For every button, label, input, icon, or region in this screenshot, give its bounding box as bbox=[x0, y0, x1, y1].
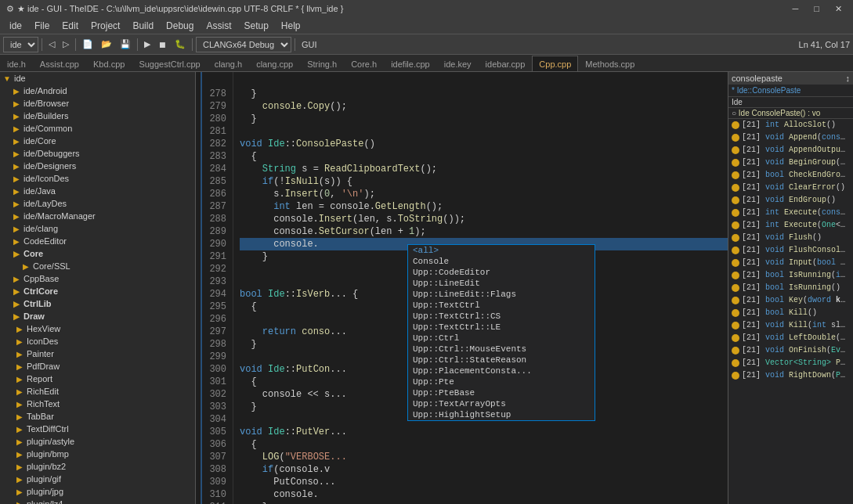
tree-item-pdfdraw[interactable]: ▶PdfDraw bbox=[11, 360, 195, 373]
tab-clang-h[interactable]: clang.h bbox=[208, 56, 249, 71]
menu-setup[interactable]: Setup bbox=[237, 19, 274, 33]
ac-item-textctrl-cs[interactable]: Upp::TextCtrl::CS bbox=[408, 311, 595, 322]
ci-kill2[interactable]: [21] void Kill(int slot) bbox=[728, 319, 853, 332]
tree-item-builders[interactable]: ▶ide/Builders bbox=[0, 110, 195, 122]
ac-item-textctrl-le[interactable]: Upp::TextCtrl::LE bbox=[408, 322, 595, 333]
ac-item-textctrl[interactable]: Upp::TextCtrl bbox=[408, 300, 595, 311]
autocomplete-dropdown[interactable]: <all> Console Upp::CodeEditor Upp::LineE… bbox=[407, 244, 595, 421]
tree-item-draw[interactable]: ▶Draw bbox=[0, 310, 195, 322]
tree-item-browser[interactable]: ▶ide/Browser bbox=[0, 97, 195, 110]
tree-item-codeeditor[interactable]: ▶CodeEditor bbox=[0, 235, 195, 247]
toolbar-debug[interactable]: 🐛 bbox=[172, 36, 189, 53]
ci-execute2[interactable]: [21] int Execute(One<AProcess> process, … bbox=[728, 219, 853, 232]
ci-input[interactable]: [21] void Input(bool b) bbox=[728, 257, 853, 269]
tree-item-tabbar[interactable]: ▶TabBar bbox=[11, 410, 195, 423]
tab-idebar-cpp[interactable]: idebar.cpp bbox=[479, 56, 533, 71]
tab-assist-cpp[interactable]: Assist.cpp bbox=[33, 56, 86, 71]
tree-item-plugin-lz4[interactable]: ▶plugin/lz4 bbox=[11, 498, 195, 504]
tree-item-cppbase[interactable]: ▶CppBase bbox=[0, 272, 195, 285]
tree-item-plugin-bz2[interactable]: ▶plugin/bz2 bbox=[11, 460, 195, 473]
ci-isrunning1[interactable]: [21] bool IsRunning(int slot) bbox=[728, 269, 853, 282]
tree-item-ctrllib[interactable]: ▶CtrlLib bbox=[0, 297, 195, 310]
tab-ide-h[interactable]: ide.h bbox=[0, 56, 33, 71]
tab-string-h[interactable]: String.h bbox=[300, 56, 344, 71]
tree-item-plugin-gif[interactable]: ▶plugin/gif bbox=[11, 473, 195, 485]
close-button[interactable]: ✕ bbox=[830, 2, 847, 16]
ci-endgroup[interactable]: [21] void EndGroup() bbox=[728, 194, 853, 207]
tree-item-richedit[interactable]: ▶RichEdit bbox=[11, 385, 195, 398]
tab-suggest-ctrl[interactable]: SuggestCtrl.cpp bbox=[132, 56, 207, 71]
ac-item-highlight[interactable]: Upp::HighlightSetup bbox=[408, 409, 595, 420]
ac-item-textarray[interactable]: Upp::TextArrayOpts bbox=[408, 398, 595, 409]
ci-kill1[interactable]: [21] bool Kill() bbox=[728, 307, 853, 319]
ci-appendoutput[interactable]: [21] void AppendOutput(const String& s) bbox=[728, 144, 853, 157]
ci-begingroup[interactable]: [21] void BeginGroup(String group) bbox=[728, 157, 853, 169]
ac-item-pte[interactable]: Upp::Pte bbox=[408, 376, 595, 387]
tab-core-h[interactable]: Core.h bbox=[344, 56, 384, 71]
tree-item-hexview[interactable]: ▶HexView bbox=[11, 322, 195, 335]
tree-item-textdiff[interactable]: ▶TextDiffCtrl bbox=[11, 423, 195, 435]
tree-item-icondes[interactable]: ▶ide/IconDes bbox=[0, 172, 195, 185]
tree-item-ssl[interactable]: ▶Core/SSL bbox=[0, 260, 195, 272]
ci-allocslot[interactable]: [21] int AllocSlot() bbox=[728, 119, 853, 131]
ci-onfinish[interactable]: [21] void OnFinish(Event<> cb) bbox=[728, 344, 853, 357]
ac-item-placement[interactable]: Upp::PlacementConsta... bbox=[408, 365, 595, 376]
menu-build[interactable]: Build bbox=[126, 19, 160, 33]
ci-rightdown[interactable]: [21] void RightDown(Point p, dword) bbox=[728, 369, 853, 382]
ac-item-lineedit-flags[interactable]: Upp::LineEdit::Flags bbox=[408, 289, 595, 300]
ci-leftdouble[interactable]: [21] void LeftDouble(Point p, dword) bbox=[728, 332, 853, 344]
ci-checkendgroup[interactable]: [21] bool CheckEndGroup() bbox=[728, 169, 853, 182]
tree-item-plugin-jpg[interactable]: ▶plugin/jpg bbox=[11, 485, 195, 498]
tab-clang-cpp[interactable]: clang.cpp bbox=[249, 56, 300, 71]
ac-item-ctrl-state[interactable]: Upp::Ctrl::StateReason bbox=[408, 355, 595, 365]
tree-item-painter[interactable]: ▶Painter bbox=[11, 347, 195, 360]
menu-help[interactable]: Help bbox=[275, 19, 307, 33]
toolbar-open[interactable]: 📂 bbox=[98, 36, 115, 53]
toolbar-build[interactable]: ▶ bbox=[141, 36, 154, 53]
ci-clearerror[interactable]: [21] void ClearError() bbox=[728, 182, 853, 194]
ide-dropdown[interactable]: ide bbox=[3, 37, 38, 52]
tree-item-java[interactable]: ▶ide/Java bbox=[0, 185, 195, 197]
tab-methods-cpp[interactable]: Methods.cpp bbox=[578, 56, 642, 71]
tree-item-android[interactable]: ▶ide/Android bbox=[0, 85, 195, 97]
tab-cpp-cpp[interactable]: Cpp.cpp bbox=[532, 56, 578, 71]
tree-item-icondes2[interactable]: ▶IconDes bbox=[11, 335, 195, 347]
menu-assist[interactable]: Assist bbox=[200, 19, 237, 33]
menu-debug[interactable]: Debug bbox=[160, 19, 200, 33]
toolbar-stop[interactable]: ⏹ bbox=[155, 36, 170, 53]
tree-item-plugin-astyle[interactable]: ▶plugin/astyle bbox=[11, 435, 195, 448]
toolbar-back[interactable]: ◁ bbox=[45, 36, 58, 53]
tree-item-macro[interactable]: ▶ide/MacroManager bbox=[0, 210, 195, 222]
tree-item-laydes[interactable]: ▶ide/LayDes bbox=[0, 197, 195, 210]
completions-sort-icon[interactable]: ↕ bbox=[846, 74, 851, 83]
ci-isrunning2[interactable]: [21] bool IsRunning() bbox=[728, 282, 853, 294]
tab-ide-key[interactable]: ide.key bbox=[437, 56, 479, 71]
tree-item-common[interactable]: ▶ide/Common bbox=[0, 122, 195, 135]
ci-append[interactable]: [21] void Append(const String& s) bbox=[728, 131, 853, 144]
tree-item-ide[interactable]: ▼ide bbox=[0, 72, 195, 85]
tab-kbd-cpp[interactable]: Kbd.cpp bbox=[86, 56, 132, 71]
tree-item-core-bold[interactable]: ▶Core bbox=[0, 247, 195, 260]
menu-file[interactable]: File bbox=[28, 19, 56, 33]
ac-item-all[interactable]: <all> bbox=[408, 245, 595, 256]
ac-item-console[interactable]: Console bbox=[408, 256, 595, 267]
tree-item-debuggers[interactable]: ▶ide/Debuggers bbox=[0, 147, 195, 160]
minimize-button[interactable]: ─ bbox=[788, 2, 804, 16]
menu-ide[interactable]: ide bbox=[3, 19, 28, 33]
toolbar-new[interactable]: 📄 bbox=[79, 36, 96, 53]
ac-item-ctrl[interactable]: Upp::Ctrl bbox=[408, 333, 595, 344]
build-config-dropdown[interactable]: CLANGx64 Debug bbox=[196, 37, 291, 52]
maximize-button[interactable]: □ bbox=[809, 2, 824, 16]
ci-pickerrors[interactable]: [21] Vector<String> PickErrors() bbox=[728, 357, 853, 369]
ci-execute1[interactable]: [21] int Execute(const char *cmdline, St… bbox=[728, 207, 853, 219]
ac-item-lineedit[interactable]: Upp::LineEdit bbox=[408, 278, 595, 289]
toolbar-gui[interactable]: GUI bbox=[298, 36, 320, 53]
tree-item-core[interactable]: ▶ide/Core bbox=[0, 135, 195, 147]
tree-item-ctrlcore[interactable]: ▶CtrlCore bbox=[0, 285, 195, 297]
toolbar-forward[interactable]: ▷ bbox=[60, 36, 72, 53]
ac-item-ptebase[interactable]: Upp::PteBase bbox=[408, 387, 595, 398]
menu-project[interactable]: Project bbox=[85, 19, 126, 33]
tab-idefile-cpp[interactable]: idefile.cpp bbox=[384, 56, 437, 71]
tree-item-designers[interactable]: ▶ide/Designers bbox=[0, 160, 195, 172]
toolbar-save[interactable]: 💾 bbox=[117, 36, 134, 53]
